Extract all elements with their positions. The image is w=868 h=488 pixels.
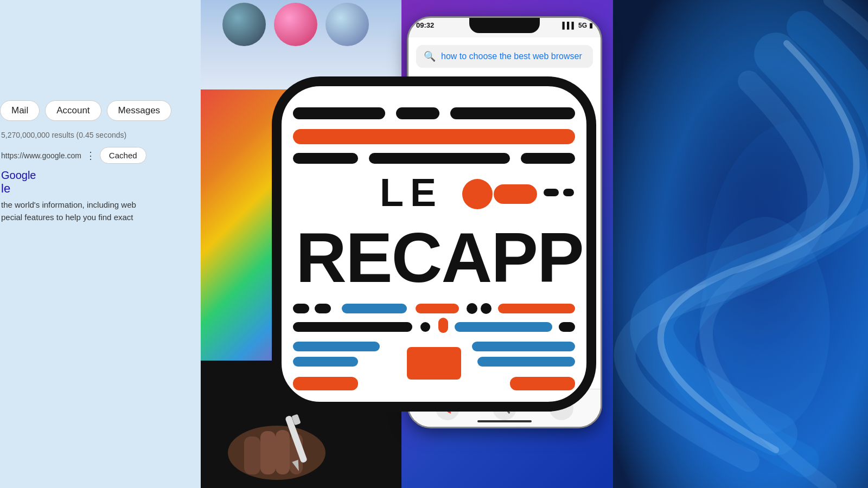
network-type: 5G <box>578 22 587 29</box>
svg-rect-16 <box>293 129 575 144</box>
search-chips-row: Mail Account Messages <box>0 100 201 121</box>
svg-rect-38 <box>293 357 358 367</box>
svg-rect-7 <box>276 430 290 474</box>
svg-rect-15 <box>450 107 575 119</box>
chip-messages[interactable]: Messages <box>107 100 171 121</box>
svg-rect-19 <box>521 153 575 164</box>
phone-time: 09:32 <box>416 21 434 29</box>
result-site-block: https://www.google.com ⋮ Cached Google l… <box>0 147 201 223</box>
svg-rect-26 <box>342 304 407 313</box>
svg-rect-40 <box>477 357 575 367</box>
svg-rect-30 <box>498 304 575 313</box>
yarn-pink <box>274 3 317 46</box>
signal-bars-icon: ▌▌▌ <box>562 22 576 29</box>
cached-button[interactable]: Cached <box>100 147 146 164</box>
phone-search-bar[interactable]: 🔍 how to choose the best web browser <box>416 45 593 68</box>
search-results-panel: Mail Account Messages 5,270,000,000 resu… <box>0 100 201 226</box>
search-meta: 5,270,000,000 results (0.45 seconds) <box>0 131 201 139</box>
svg-point-2 <box>700 217 830 434</box>
result-more-button[interactable]: ⋮ <box>86 150 95 162</box>
yarn-light <box>326 3 369 46</box>
svg-rect-25 <box>315 304 331 313</box>
svg-rect-23 <box>563 189 574 196</box>
svg-rect-17 <box>293 153 358 164</box>
chip-account[interactable]: Account <box>45 100 101 121</box>
svg-rect-39 <box>472 342 575 351</box>
phone-search-icon: 🔍 <box>424 50 436 62</box>
svg-point-29 <box>481 303 492 314</box>
phone-search-query: how to choose the best web browser <box>441 51 582 62</box>
svg-rect-18 <box>369 153 510 164</box>
svg-rect-21 <box>494 184 537 204</box>
svg-rect-13 <box>293 107 385 119</box>
svg-rect-31 <box>293 322 412 332</box>
svg-rect-37 <box>293 342 380 351</box>
logo-le-text: LE <box>380 171 443 214</box>
svg-rect-22 <box>544 189 559 196</box>
yarn-blue <box>222 3 266 46</box>
svg-rect-35 <box>559 322 575 332</box>
svg-rect-24 <box>293 304 309 313</box>
phone-status-bar: 09:32 ▌▌▌ 5G ▮ <box>416 21 593 29</box>
phone-home-indicator <box>477 420 532 422</box>
svg-rect-32 <box>420 322 430 332</box>
svg-rect-36 <box>407 347 461 380</box>
svg-rect-34 <box>455 322 552 332</box>
logo-recapp-text: RECAPP <box>296 218 583 297</box>
windows-swirl <box>613 0 868 488</box>
svg-rect-33 <box>438 318 448 333</box>
svg-rect-43 <box>510 377 575 390</box>
chip-mail[interactable]: Mail <box>0 100 40 121</box>
svg-rect-42 <box>293 377 358 390</box>
battery-icon: ▮ <box>589 22 593 29</box>
svg-rect-27 <box>416 304 459 313</box>
svg-rect-14 <box>396 107 439 119</box>
result-description: the world's information, including web p… <box>1 199 201 223</box>
svg-point-28 <box>467 303 477 314</box>
svg-point-20 <box>462 179 493 209</box>
left-background <box>0 0 201 488</box>
svg-rect-6 <box>260 431 276 474</box>
status-icons: ▌▌▌ 5G ▮ <box>562 22 593 29</box>
result-url: https://www.google.com <box>1 151 81 160</box>
svg-rect-5 <box>244 436 260 474</box>
recapp-logo: LE RECAPP <box>266 70 602 418</box>
result-title-link[interactable]: le <box>1 182 201 196</box>
result-site-name: Google <box>1 169 201 182</box>
